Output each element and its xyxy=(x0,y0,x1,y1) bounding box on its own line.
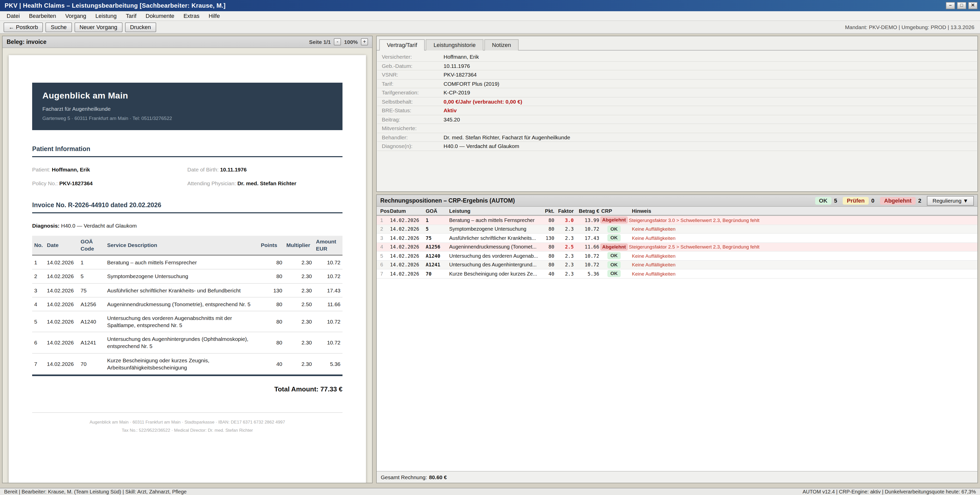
cell-betrag: 10.72 xyxy=(574,253,599,259)
cell-desc: Kurze Bescheinigung oder kurzes Zeugnis,… xyxy=(105,353,259,374)
cell-no: 2 xyxy=(32,269,45,283)
invoice-page: Augenblick am Main Facharzt für Augenhei… xyxy=(9,55,366,483)
tab-vertrag-tarif[interactable]: Vertrag/Tarif xyxy=(379,39,425,51)
col-pkt: Pkt. xyxy=(539,208,554,213)
document-viewport[interactable]: Augenblick am Main Facharzt für Augenhei… xyxy=(3,48,372,483)
maximize-button[interactable]: □ xyxy=(957,2,966,9)
col-faktor: Faktor xyxy=(554,208,574,213)
crp-row[interactable]: 7 14.02.2026 70 Kurze Bescheinigung oder… xyxy=(377,269,977,279)
crp-row[interactable]: 2 14.02.2026 5 Symptombezogene Untersuch… xyxy=(377,225,977,234)
tab-leistungshistorie[interactable]: Leistungshistorie xyxy=(426,39,484,51)
detail-field-row: Versicherter:Hoffmann, Erik xyxy=(377,53,977,62)
invoice-row: 714.02.202670Kurze Bescheinigung oder ku… xyxy=(32,353,342,374)
cell-multiplier: 2.30 xyxy=(284,255,314,269)
crp-row[interactable]: 6 14.02.2026 A1241 Untersuchung des Auge… xyxy=(377,261,977,269)
postkorb-button[interactable]: ← Postkorb xyxy=(3,22,43,32)
menubar: Datei Bearbeiten Vorgang Leistung Tarif … xyxy=(0,11,980,21)
field-label: Versicherter: xyxy=(377,54,444,60)
abgelehnt-count: 2 xyxy=(918,197,921,204)
patient-section-heading: Patient Information xyxy=(32,145,342,157)
crp-total-label: Gesamt Rechnung: xyxy=(381,474,427,480)
neuer-vorgang-button[interactable]: Neuer Vorgang xyxy=(74,22,122,32)
cell-no: 4 xyxy=(32,297,45,311)
detail-panel: Vertrag/Tarif Leistungshistorie Notizen … xyxy=(376,36,978,192)
field-value: K-CP-2019 xyxy=(444,89,470,95)
cell-betrag: 5.36 xyxy=(574,271,599,277)
clinic-address: Gartenweg 5 · 60311 Frankfurt am Main · … xyxy=(42,115,332,121)
cell-datum: 14.02.2026 xyxy=(390,235,426,241)
menu-item-datei[interactable]: Datei xyxy=(2,12,24,20)
clinic-name: Augenblick am Main xyxy=(42,91,332,101)
invoice-footer: Augenblick am Main · 60311 Frankfurt am … xyxy=(32,412,342,435)
cell-no: 1 xyxy=(32,255,45,269)
field-label: Attending Physician: xyxy=(187,180,236,186)
cell-datum: 14.02.2026 xyxy=(390,244,426,250)
detail-field-row: Selbstbehalt:0,00 €/Jahr (verbraucht: 0,… xyxy=(377,97,977,106)
cell-faktor: 2.3 xyxy=(554,262,574,267)
mandant-context: Mandant: PKV-DEMO | Umgebung: PROD | 13.… xyxy=(845,24,977,30)
col-goa: GOÄ xyxy=(426,208,449,213)
crp-panel: Rechnungspositionen – CRP-Ergebnis (AUTO… xyxy=(376,194,978,483)
cell-pkt: 80 xyxy=(539,226,554,232)
cell-pos: 1 xyxy=(377,217,390,223)
cell-multiplier: 2.50 xyxy=(284,297,314,311)
cell-points: 130 xyxy=(259,283,284,297)
cell-points: 80 xyxy=(259,297,284,311)
cell-betrag: 10.72 xyxy=(574,226,599,232)
invoice-footer-line1: Augenblick am Main · 60311 Frankfurt am … xyxy=(32,418,342,426)
cell-pos: 5 xyxy=(377,253,390,259)
cell-code: 5 xyxy=(79,269,105,283)
crp-status-badge: OK xyxy=(608,225,621,233)
field-value-bre-status: Aktiv xyxy=(444,107,457,113)
tab-notizen[interactable]: Notizen xyxy=(484,39,519,51)
crp-table-empty-area xyxy=(377,279,977,471)
drucken-button[interactable]: Drucken xyxy=(125,22,156,32)
cell-amount: 17.43 xyxy=(314,283,342,297)
col-multiplier: Multiplier xyxy=(284,236,314,255)
menu-item-vorgang[interactable]: Vorgang xyxy=(61,12,91,20)
crp-row[interactable]: 4 14.02.2026 A1256 Augeninnendruckmessun… xyxy=(377,243,977,251)
cell-desc: Beratung – auch mittels Fernsprecher xyxy=(105,255,259,269)
menu-item-leistung[interactable]: Leistung xyxy=(91,12,121,20)
cell-hinweis: Keine Auffälligkeiten xyxy=(629,235,977,241)
field-value: COMFORT Plus (2019) xyxy=(444,81,500,87)
crp-row[interactable]: 5 14.02.2026 A1240 Untersuchung des vord… xyxy=(377,251,977,261)
cell-faktor: 2.3 xyxy=(554,235,574,241)
menu-item-bearbeiten[interactable]: Bearbeiten xyxy=(24,12,60,20)
field-value: Dr. med. Stefan Richter xyxy=(237,180,296,186)
cell-no: 7 xyxy=(32,353,45,374)
detail-field-row: Beitrag:345.20 xyxy=(377,115,977,124)
close-button[interactable]: ✕ xyxy=(968,2,977,9)
col-amount-line2: EUR xyxy=(316,245,327,251)
minimize-button[interactable]: – xyxy=(946,2,955,9)
patient-fields: Patient: Hoffmann, Erik Date of Birth: 1… xyxy=(32,166,342,186)
col-service-description: Service Description xyxy=(105,236,259,255)
cell-hinweis: Steigerungsfaktor 2.5 > Schwellenwert 2.… xyxy=(629,244,977,250)
crp-total-bar: Gesamt Rechnung: 80.60 € xyxy=(377,471,977,483)
crp-row[interactable]: 3 14.02.2026 75 Ausführlicher schriftlic… xyxy=(377,234,977,243)
cell-desc: Untersuchung des Augenhintergrundes (Oph… xyxy=(105,332,259,353)
zoom-out-button[interactable]: - xyxy=(334,38,341,45)
cell-hinweis: Keine Auffälligkeiten xyxy=(629,271,977,277)
suche-button[interactable]: Suche xyxy=(46,22,72,32)
invoice-table-header: No. Date GOÄCode Service Description Poi… xyxy=(32,236,342,255)
col-leistung: Leistung xyxy=(449,208,539,213)
crp-row[interactable]: 1 14.02.2026 1 Beratung – auch mittels F… xyxy=(377,216,977,225)
regulierung-button[interactable]: Regulierung ▼ xyxy=(927,196,974,205)
toolbar: ← Postkorb Suche Neuer Vorgang Drucken M… xyxy=(0,21,980,34)
cell-betrag: 13.99 xyxy=(574,217,599,223)
plus-icon: + xyxy=(363,39,366,45)
detail-field-row: Diagnose(n):H40.0 — Verdacht auf Glaukom xyxy=(377,142,977,151)
menu-item-hilfe[interactable]: Hilfe xyxy=(204,12,224,20)
detail-field-row: Mitversicherte: xyxy=(377,124,977,133)
menu-item-dokumente[interactable]: Dokumente xyxy=(141,12,179,20)
zoom-in-button[interactable]: + xyxy=(361,38,368,45)
crp-status-badge: OK xyxy=(608,234,621,242)
cell-pkt: 80 xyxy=(539,253,554,259)
dropdown-arrow-icon: ▼ xyxy=(963,197,968,203)
patient-field: Policy No.: PKV-1827364 xyxy=(32,180,187,186)
menu-item-tarif[interactable]: Tarif xyxy=(121,12,141,20)
cell-faktor: 2.5 xyxy=(554,244,574,250)
menu-item-extras[interactable]: Extras xyxy=(179,12,204,20)
cell-date: 14.02.2026 xyxy=(45,311,79,332)
